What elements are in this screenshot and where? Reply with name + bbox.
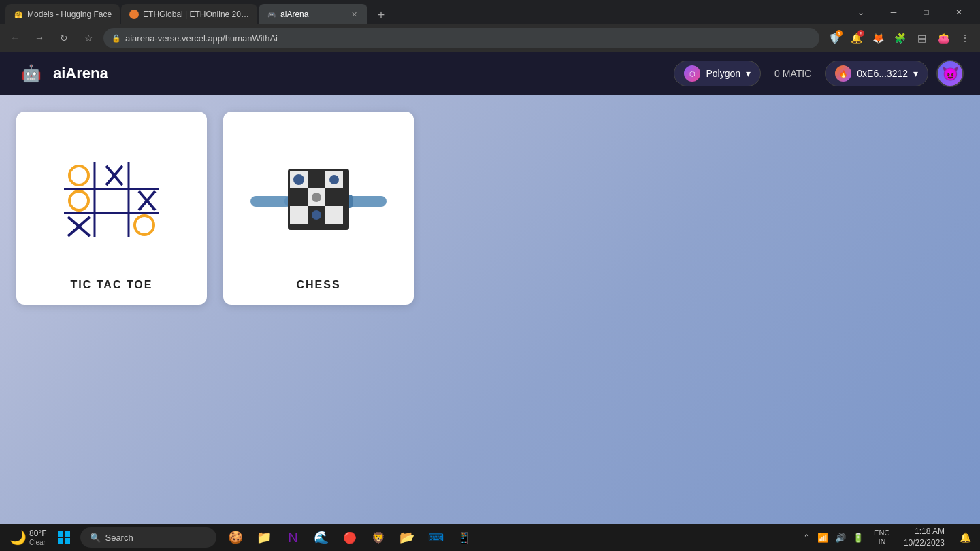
network-selector[interactable]: ⬡ Polygon ▾ (674, 61, 761, 86)
wallet-button[interactable]: 🔥 0xE6...3212 ▾ (825, 61, 928, 86)
logo-image: 🤖 (16, 59, 46, 88)
taskbar-app-onenote[interactable]: N (279, 524, 306, 551)
battery-icon[interactable]: 🔋 (851, 531, 866, 544)
taskbar-app-folder[interactable]: 📂 (393, 524, 421, 551)
url-path: /humanWithAi (223, 33, 278, 44)
svg-rect-23 (325, 188, 343, 206)
taskbar-app-cookie[interactable]: 🍪 (222, 524, 249, 551)
tab-dropdown-button[interactable]: ⌄ (845, 0, 877, 24)
taskbar-search[interactable]: 🔍 Search (80, 527, 216, 548)
bookmark-button[interactable]: ☆ (79, 29, 98, 48)
url-domain: aiarena-verse.vercel.app (125, 33, 223, 44)
tab-huggingface[interactable]: 🤗 Models - Hugging Face (5, 4, 120, 24)
sidebar-toggle[interactable]: ▤ (912, 29, 931, 48)
taskbar-app-brave[interactable]: 🦁 (365, 524, 392, 551)
close-button[interactable]: ✕ (943, 0, 975, 24)
minimize-button[interactable]: ─ (878, 0, 909, 24)
fox-icon[interactable]: 🦊 (868, 29, 887, 48)
taskbar-right: ⌃ 📶 🔊 🔋 ENGIN 1:18 AM 10/22/2023 🔔 (801, 524, 975, 550)
wallet-icon: 🔥 (835, 65, 851, 82)
menu-button[interactable]: ⋮ (956, 29, 975, 48)
app-name: aiArena (53, 65, 108, 82)
extension-alert[interactable]: 🔔 ! (847, 29, 866, 48)
weather-icon: 🌙 (10, 529, 27, 546)
search-icon: 🔍 (90, 533, 101, 543)
wifi-icon[interactable]: 📶 (815, 531, 830, 544)
taskbar-app-vscode[interactable]: ⌨ (422, 524, 449, 551)
svg-rect-19 (308, 171, 325, 188)
tab-favicon-hf: 🤗 (14, 10, 23, 19)
app-content: 🤖 aiArena ⬡ Polygon ▾ 0 MATIC 🔥 0xE6...3… (0, 52, 980, 524)
weather-temp: 80°F (29, 529, 46, 538)
tictactoe-image (33, 128, 191, 271)
wallet-chevron: ▾ (913, 68, 918, 79)
tictactoe-svg (57, 155, 166, 244)
tictactoe-title: TIC TAC TOE (71, 279, 153, 291)
volume-icon[interactable]: 🔊 (833, 531, 848, 544)
clock[interactable]: 1:18 AM 10/22/2023 (898, 524, 950, 550)
alert-badge: ! (858, 30, 864, 37)
clock-date: 10/22/2023 (904, 537, 945, 549)
svg-point-27 (293, 174, 304, 185)
lock-icon: 🔒 (112, 34, 121, 43)
clock-time: 1:18 AM (904, 526, 945, 537)
svg-rect-31 (58, 531, 63, 537)
system-tray: ⌃ 📶 🔊 🔋 (801, 531, 866, 544)
network-name: Polygon (706, 68, 740, 79)
taskbar-apps: 🍪 📁 N 🌊 🔴 🦁 📂 ⌨ 📱 (222, 524, 478, 551)
svg-point-29 (312, 210, 321, 220)
search-text: Search (105, 533, 133, 543)
game-grid: TIC TAC TOE (0, 95, 980, 321)
browser-chrome: 🤗 Models - Hugging Face ETHGlobal | ETHO… (0, 0, 980, 52)
svg-point-30 (329, 175, 339, 184)
maximize-button[interactable]: □ (911, 0, 942, 24)
back-button[interactable]: ← (5, 29, 24, 48)
game-card-chess[interactable]: CHESS (223, 112, 414, 305)
logo-area[interactable]: 🤖 aiArena (16, 59, 108, 88)
title-bar: 🤗 Models - Hugging Face ETHGlobal | ETHO… (0, 0, 980, 24)
chess-image (240, 128, 397, 271)
reload-button[interactable]: ↻ (54, 29, 74, 48)
chevron-up-icon[interactable]: ⌃ (801, 531, 813, 544)
tab-label-hf: Models - Hugging Face (27, 10, 112, 19)
extension-shield[interactable]: 🛡️ 1 (825, 29, 844, 48)
matic-balance: 0 MATIC (769, 68, 817, 79)
app-header: 🤖 aiArena ⬡ Polygon ▾ 0 MATIC 🔥 0xE6...3… (0, 52, 980, 95)
wallet-toolbar-icon[interactable]: 👛 (934, 29, 953, 48)
window-controls: ⌄ ─ □ ✕ (845, 0, 975, 24)
url-bar[interactable]: 🔒 aiarena-verse.vercel.app/humanWithAi (103, 28, 819, 48)
network-chevron: ▾ (746, 68, 751, 79)
taskbar-app-chrome[interactable]: 🔴 (336, 524, 363, 551)
svg-rect-33 (58, 538, 63, 544)
header-right: ⬡ Polygon ▾ 0 MATIC 🔥 0xE6...3212 ▾ 😈 (674, 60, 964, 87)
taskbar: 🌙 80°F Clear 🔍 Search 🍪 📁 N 🌊 (0, 524, 980, 551)
chess-svg (250, 155, 387, 244)
svg-rect-26 (325, 206, 343, 224)
svg-point-28 (312, 193, 321, 202)
forward-button[interactable]: → (30, 29, 49, 48)
language-indicator[interactable]: ENGIN (871, 527, 893, 548)
toolbar-right: 🛡️ 1 🔔 ! 🦊 🧩 ▤ 👛 ⋮ (825, 29, 975, 48)
chess-title: CHESS (296, 279, 340, 291)
taskbar-app-whatsapp[interactable]: 📱 (451, 524, 478, 551)
tab-label-arena: aiArena (280, 10, 344, 19)
weather-widget[interactable]: 🌙 80°F Clear (5, 527, 50, 547)
puzzle-icon[interactable]: 🧩 (890, 29, 909, 48)
notification-button[interactable]: 🔔 (956, 528, 975, 547)
taskbar-app-edge[interactable]: 🌊 (308, 524, 335, 551)
address-bar: ← → ↻ ☆ 🔒 aiarena-verse.vercel.app/human… (0, 24, 980, 52)
start-button[interactable] (50, 527, 78, 548)
new-tab-button[interactable]: + (372, 5, 391, 24)
tab-ethglobal[interactable]: ETHGlobal | ETHOnline 2023 (121, 4, 257, 24)
taskbar-app-files[interactable]: 📁 (250, 524, 278, 551)
weather-condition: Clear (29, 539, 46, 546)
user-avatar[interactable]: 😈 (936, 60, 964, 87)
svg-rect-21 (290, 188, 308, 206)
tab-label-eth: ETHGlobal | ETHOnline 2023 (143, 10, 249, 19)
svg-rect-24 (290, 206, 308, 224)
svg-point-12 (135, 216, 154, 235)
tab-aiarena[interactable]: 🎮 aiArena ✕ (259, 4, 368, 24)
shield-badge: 1 (836, 30, 843, 37)
game-card-tictactoe[interactable]: TIC TAC TOE (16, 112, 207, 305)
tab-close-arena[interactable]: ✕ (348, 9, 359, 20)
